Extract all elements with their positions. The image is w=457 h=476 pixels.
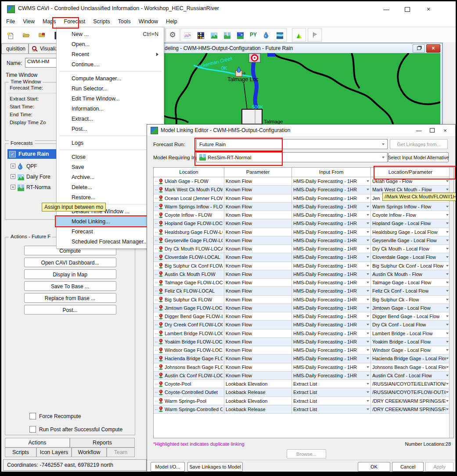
table-row[interactable]: Ukiah Gage - FLOWKnown FlowHMS-Daily For… (154, 177, 450, 186)
menu-item-continue[interactable]: Continue.... (57, 59, 164, 69)
minimize-icon[interactable]: — (412, 127, 425, 134)
location-cell[interactable]: Coyote-Pool (154, 380, 224, 388)
menu-item-compute-manager[interactable]: Compute Manager... (57, 73, 164, 83)
close-icon[interactable]: × (426, 44, 440, 53)
tab-icon-layers[interactable]: Icon Layers (36, 447, 72, 457)
location-cell[interactable]: Geyserville Gage FLOW-LO... (154, 236, 224, 245)
location-parameter-select[interactable]: /DRY CREEK/WARM SPRINGS/FLO... (371, 405, 450, 414)
restore-icon[interactable] (413, 44, 425, 53)
minimize-icon[interactable]: — (379, 4, 394, 14)
tab-scripts[interactable]: Scripts (5, 447, 36, 457)
table-row[interactable]: Cloverdale FLOW-LOCALKnown FlowHMS-Daily… (154, 253, 450, 261)
tab-team[interactable]: Team (107, 447, 135, 457)
location-parameter-select[interactable]: Coyote Inflow - Flow (371, 211, 450, 219)
browse-button[interactable]: Browse... (287, 449, 326, 458)
table-row[interactable]: Warm Springs Inflow - FLOWKnown FlowHMS-… (154, 203, 450, 211)
get-linkages-button[interactable]: Get Linkages from... (390, 139, 448, 149)
toolbar-button-flag-icon[interactable] (308, 29, 321, 41)
location-parameter-select[interactable]: Austin Ck Conf - Local Flow (371, 372, 450, 380)
menu-help[interactable]: Help (162, 17, 181, 27)
toolbar-button-gear-icon[interactable]: ⚙ (166, 29, 179, 41)
input-from-select[interactable]: HMS-Daily Forecasting - 1HR (292, 186, 371, 194)
input-from-select[interactable]: HMS-Daily Forecasting - 1HR (292, 253, 371, 261)
table-row[interactable]: Jimtown Gage FLOW-LOCALKnown FlowHMS-Dai… (154, 304, 450, 312)
location-parameter-select[interactable]: Warm Springs Inflow - Flow (371, 203, 450, 211)
location-cell[interactable]: Dry Creek Conf FLOW-LOC... (154, 321, 224, 329)
table-row[interactable]: Geyserville Gage FLOW-LO...Known FlowHMS… (154, 236, 450, 245)
input-from-select[interactable]: HMS-Daily Forecasting - 1HR (292, 354, 371, 363)
map-canvas[interactable]: Ackerman Creek 0K 500K Talmage Loc Talma… (163, 53, 442, 127)
location-parameter-select[interactable]: Hacienda Bridge Gage - Local Flow (371, 354, 450, 363)
tab-actions[interactable]: Actions (5, 438, 70, 447)
table-row[interactable]: Austin Ck Conf FLOW-LOCALKnown FlowHMS-D… (154, 372, 450, 380)
input-from-select[interactable]: HMS-Daily Forecasting - 1HR (292, 262, 371, 270)
table-row[interactable]: Coyote Inflow - FLOWKnown FlowHMS-Daily … (154, 211, 450, 219)
save-linkages-button[interactable]: Save Linkages to Model (187, 462, 243, 472)
input-from-select[interactable]: Extract List (292, 388, 371, 397)
location-parameter-select[interactable]: Geyserville Gage - Local Flow (371, 236, 450, 245)
input-from-select[interactable]: HMS-Daily Forecasting - 1HR (292, 194, 371, 203)
menu-item-open[interactable]: Open... (57, 39, 164, 49)
cancel-button[interactable]: Cancel (392, 462, 424, 472)
maximize-icon[interactable] (425, 127, 439, 134)
table-row[interactable]: Feliz Ck FLOW-LOCALKnown FlowHMS-Daily F… (154, 287, 450, 295)
table-row[interactable]: Warm Springs-Controlled Ou..Lookback Rel… (154, 405, 450, 414)
table-row[interactable]: Coyote-PoolLookback ElevationExtract Lis… (154, 380, 450, 388)
table-row[interactable]: Johnsons Beach Gage FLO...Known FlowHMS-… (154, 363, 450, 372)
post-button[interactable]: Post... (24, 305, 116, 315)
input-from-select[interactable]: HMS-Daily Forecasting - 1HR (292, 236, 371, 245)
location-cell[interactable]: Digger Bend Gage FLOW-L... (154, 312, 224, 321)
location-parameter-select[interactable]: /RUSSIAN/COYOTE/FLOW-OUT//1H... (371, 388, 450, 397)
replace-from-base-button[interactable]: Replace from Base ... (24, 293, 116, 303)
location-cell[interactable]: Austin Ck Conf FLOW-LOCAL (154, 372, 224, 380)
location-cell[interactable]: Yoakim Bridge FLOW-LOCAL (154, 338, 224, 346)
location-cell[interactable]: Talmage Gage FLOW-LOCAL (154, 279, 224, 287)
maximize-icon[interactable] (400, 4, 415, 14)
table-row[interactable]: Hopland Gage FLOW-LOCALKnown FlowHMS-Dai… (154, 219, 450, 228)
input-from-select[interactable]: HMS-Daily Forecasting - 1HR (292, 372, 371, 380)
location-parameter-select[interactable]: Healdsburg Gage - Local Flow (371, 228, 450, 236)
select-input-model-button[interactable]: Select Input Model Alternative (388, 152, 449, 162)
table-row[interactable]: Dry Ck Mouth FLOW-LOCALKnown FlowHMS-Dai… (154, 245, 450, 253)
apply-button[interactable]: Apply (425, 462, 453, 472)
location-parameter-select[interactable]: Jimtown Gage - Local Flow (371, 304, 450, 312)
tab-workflow[interactable]: Workflow (72, 447, 107, 457)
table-row[interactable]: Warm Springs-PoolLookback ElevationExtra… (154, 397, 450, 405)
location-parameter-select[interactable]: /DRY CREEK/WARM SPRINGS/ELE... (371, 397, 450, 405)
table-row[interactable]: Big Sulphur Ck Conf FLOW-...Known FlowHM… (154, 262, 450, 270)
column-header-input-from[interactable]: Input From (292, 168, 371, 177)
menu-item-edit-time-window[interactable]: Edit Time Window... (57, 93, 164, 104)
location-cell[interactable]: Windsor Gage FLOW-LOCAL (154, 346, 224, 354)
model-requiring-input-select[interactable]: ResSim-RT-Normal (196, 152, 388, 162)
close-icon[interactable]: × (439, 127, 452, 134)
input-from-select[interactable]: HMS-Daily Forecasting - 1HR (292, 312, 371, 321)
toolbar-button-table-icon[interactable] (194, 29, 207, 41)
table-row[interactable]: Windsor Gage FLOW-LOCALKnown FlowHMS-Dai… (154, 346, 450, 354)
location-cell[interactable]: Johnsons Beach Gage FLO... (154, 363, 224, 372)
input-from-select[interactable]: Extract List (292, 405, 371, 414)
open-cavi-dashboard-button[interactable]: Open CAVI Dashboard... (24, 258, 116, 267)
toolbar-button-save-icon[interactable] (36, 29, 48, 41)
toolbar-button-peak-flow-icon[interactable] (292, 29, 306, 41)
tab-acquisition[interactable]: quisition (1, 43, 29, 54)
menu-window[interactable]: Window (135, 17, 162, 27)
input-from-select[interactable]: HMS-Daily Forecasting - 1HR (292, 363, 371, 372)
input-from-select[interactable]: HMS-Daily Forecasting - 1HR (292, 211, 371, 219)
location-cell[interactable]: Dry Ck Mouth FLOW-LOCAL (154, 245, 224, 253)
location-cell[interactable]: Hopland Gage FLOW-LOCAL (154, 219, 224, 228)
location-cell[interactable]: Big Sulphur Ck FLOW (154, 296, 224, 304)
location-cell[interactable]: Mark West Ck Mouth FLOW (154, 186, 224, 194)
forecast-run-select[interactable]: Future Rain (196, 139, 388, 149)
column-header-parameter[interactable]: Parameter (224, 168, 292, 177)
menu-tools[interactable]: Tools (114, 17, 134, 27)
menu-view[interactable]: View (19, 17, 39, 27)
input-from-select[interactable]: Extract List (292, 380, 371, 388)
table-row[interactable]: Austin Ck Mouth FLOWKnown FlowHMS-Daily … (154, 270, 450, 279)
location-cell[interactable]: Healdsburg Gage FLOW-LO... (154, 228, 224, 236)
location-parameter-select[interactable]: Johnsons Beach Gage - Local Flow (371, 363, 450, 372)
location-parameter-select[interactable]: Windsor Gage - Local Flow (371, 346, 450, 354)
table-row[interactable]: Coyote-Controlled OutletLookback Release… (154, 388, 450, 397)
table-row[interactable]: Hacienda Bridge Gage FLO...Known FlowHMS… (154, 354, 450, 363)
toolbar-button-daily-forecast-icon[interactable] (207, 29, 220, 41)
menu-item-run-selector[interactable]: Run Selector... (57, 83, 164, 93)
